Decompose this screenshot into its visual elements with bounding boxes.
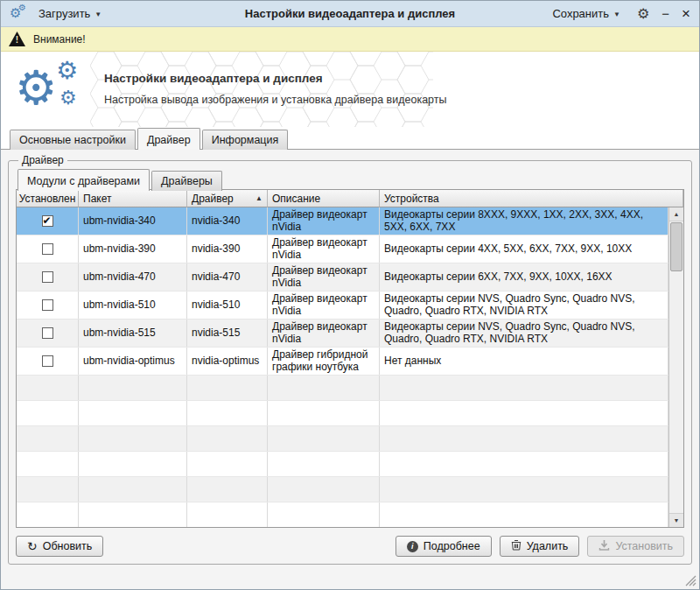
tab-main-settings[interactable]: Основные настройки — [10, 130, 136, 150]
installed-cell — [17, 207, 79, 235]
devices-cell: Видеокарты серии 4XX, 5XX, 6XX, 7XX, 9XX… — [380, 235, 668, 263]
table-row[interactable]: ubm-nvidia-470 nvidia-470 Драйвер видеок… — [17, 263, 668, 291]
close-button[interactable]: × — [682, 6, 690, 21]
info-icon: i — [407, 541, 418, 552]
page-header: ⚙ ⚙ ⚙ Настройки видеоадаптера и дисплея … — [1, 52, 699, 127]
table-row[interactable]: ubm-nvidia-515 nvidia-515 Драйвер видеок… — [17, 320, 668, 348]
package-cell: ubm-nvidia-340 — [79, 207, 187, 235]
driver-groupbox: Драйвер Модули с драйверами Драйверы Уст… — [8, 154, 692, 565]
statusbar — [1, 566, 699, 589]
installed-checkbox[interactable] — [42, 215, 53, 227]
dropdown-arrow-icon: ▼ — [94, 9, 102, 18]
page-title: Настройки видеоадаптера и дисплея — [104, 72, 447, 85]
warning-text: Внимание! — [33, 33, 86, 46]
column-header-driver[interactable]: Драйвер ▲ — [187, 190, 268, 207]
driver-cell: nvidia-470 — [187, 263, 268, 291]
description-cell: Драйвер гибридной графики ноутбука — [268, 348, 380, 375]
settings-gear-button[interactable]: ⚙ — [637, 7, 649, 21]
package-cell: ubm-nvidia-470 — [79, 263, 187, 291]
empty-row — [17, 452, 668, 477]
titlebar: ⚙ ⚙ Загрузить ▼ Настройки видеоадаптера … — [1, 1, 699, 27]
tab-driver[interactable]: Драйвер — [137, 128, 200, 150]
table-row[interactable]: ubm-nvidia-390 nvidia-390 Драйвер видеок… — [17, 235, 668, 263]
empty-row — [17, 426, 668, 452]
empty-row — [17, 376, 668, 401]
dropdown-arrow-icon: ▼ — [613, 9, 620, 18]
trash-icon — [511, 539, 522, 553]
description-cell: Драйвер видеокарт nVidia — [268, 207, 380, 235]
installed-checkbox[interactable] — [42, 327, 53, 339]
empty-row — [17, 502, 668, 527]
description-cell: Драйвер видеокарт nVidia — [268, 263, 380, 291]
driver-cell: nvidia-515 — [187, 320, 268, 347]
package-cell: ubm-nvidia-510 — [79, 291, 187, 319]
tab-driver-modules[interactable]: Модули с драйверами — [18, 169, 150, 191]
column-header-description[interactable]: Описание — [268, 190, 380, 207]
installed-cell — [17, 263, 79, 291]
inner-tabbar: Модули с драйверами Драйверы — [16, 168, 684, 190]
scrollbar-thumb[interactable] — [670, 222, 682, 271]
tab-information[interactable]: Информация — [202, 130, 289, 150]
installed-cell — [17, 235, 79, 263]
installed-checkbox[interactable] — [42, 271, 53, 283]
column-header-package[interactable]: Пакет — [79, 190, 187, 207]
warning-banner: ! Внимание! — [1, 27, 699, 52]
header-gears-icon: ⚙ ⚙ ⚙ — [15, 59, 94, 122]
groupbox-label: Драйвер — [18, 154, 67, 166]
package-cell: ubm-nvidia-optimus — [79, 348, 187, 375]
installed-checkbox[interactable] — [42, 299, 53, 311]
details-button[interactable]: i Подробнее — [396, 536, 492, 557]
sort-ascending-icon: ▲ — [256, 194, 262, 202]
resize-grip[interactable] — [685, 575, 696, 586]
app-window: ⚙ ⚙ Загрузить ▼ Настройки видеоадаптера … — [0, 0, 700, 590]
description-cell: Драйвер видеокарт nVidia — [268, 320, 380, 347]
package-cell: ubm-nvidia-390 — [79, 235, 187, 263]
description-cell: Драйвер видеокарт nVidia — [268, 291, 380, 319]
devices-cell: Видеокарты серии NVS, Quadro Sync, Quadr… — [380, 320, 668, 347]
driver-cell: nvidia-510 — [187, 291, 268, 319]
devices-cell: Нет данных — [380, 348, 668, 375]
driver-tab-pane: Драйвер Модули с драйверами Драйверы Уст… — [1, 149, 699, 566]
empty-row — [17, 477, 668, 502]
warning-icon: ! — [9, 32, 25, 46]
page-subtitle: Настройка вывода изображения и установка… — [104, 94, 447, 106]
table-body: ubm-nvidia-340 nvidia-340 Драйвер видеок… — [17, 207, 668, 527]
installed-checkbox[interactable] — [42, 355, 53, 367]
install-button[interactable]: Установить — [587, 536, 684, 557]
installed-checkbox[interactable] — [42, 243, 53, 255]
devices-cell: Видеокарты серии NVS, Quadro Sync, Quadr… — [380, 291, 668, 319]
package-cell: ubm-nvidia-515 — [79, 320, 187, 347]
driver-table: Установлен Пакет Драйвер ▲ Описание Устр… — [16, 189, 684, 528]
delete-button[interactable]: Удалить — [500, 536, 580, 557]
minimize-button[interactable]: − — [662, 7, 669, 20]
vertical-scrollbar[interactable]: ▲ ▼ — [668, 207, 683, 527]
empty-row — [17, 401, 668, 426]
install-icon — [598, 539, 610, 553]
driver-cell: nvidia-optimus — [187, 348, 268, 375]
refresh-button[interactable]: ↻ Обновить — [16, 536, 103, 557]
table-row[interactable]: ubm-nvidia-optimus nvidia-optimus Драйве… — [17, 348, 668, 376]
scrollbar-up-button[interactable]: ▲ — [669, 207, 683, 221]
save-button[interactable]: Сохранить ▼ — [548, 5, 625, 22]
table-header: Установлен Пакет Драйвер ▲ Описание Устр… — [17, 190, 683, 207]
installed-cell — [17, 320, 79, 347]
installed-cell — [17, 348, 79, 375]
table-row[interactable]: ubm-nvidia-340 nvidia-340 Драйвер видеок… — [17, 207, 668, 235]
driver-cell: nvidia-340 — [187, 207, 268, 235]
tab-drivers[interactable]: Драйверы — [151, 171, 222, 191]
devices-cell: Видеокарты серии 8XXX, 9XXX, 1XX, 2XX, 3… — [380, 207, 668, 235]
devices-cell: Видеокарты серии 6XX, 7XX, 9XX, 10XX, 16… — [380, 263, 668, 291]
installed-cell — [17, 291, 79, 319]
column-header-devices[interactable]: Устройства — [380, 190, 683, 207]
button-row: ↻ Обновить i Подробнее Удалить — [16, 528, 684, 557]
table-row[interactable]: ubm-nvidia-510 nvidia-510 Драйвер видеок… — [17, 291, 668, 320]
refresh-icon: ↻ — [27, 540, 38, 552]
scrollbar-down-button[interactable]: ▼ — [669, 513, 683, 527]
main-tabbar: Основные настройки Драйвер Информация — [1, 127, 699, 149]
app-gears-icon: ⚙ ⚙ — [10, 5, 29, 23]
column-header-installed[interactable]: Установлен — [17, 190, 79, 207]
description-cell: Драйвер видеокарт nVidia — [268, 235, 380, 263]
load-button[interactable]: Загрузить ▼ — [34, 5, 106, 22]
driver-cell: nvidia-390 — [187, 235, 268, 263]
